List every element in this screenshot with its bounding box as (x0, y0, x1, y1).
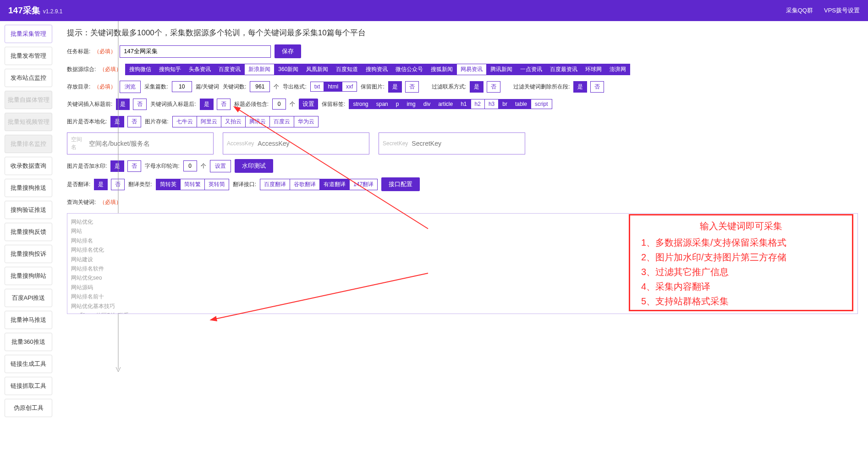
keeptag-tag[interactable]: table (511, 99, 531, 109)
translate-no[interactable]: 否 (111, 179, 125, 190)
format-tag[interactable]: xxf (342, 82, 357, 92)
sidebar-item[interactable]: 批量搜狗反馈 (5, 223, 52, 241)
translate-api-tag[interactable]: 有道翻译 (319, 179, 350, 190)
source-tag[interactable]: 360新闻 (274, 64, 302, 75)
translate-type-tag[interactable]: 英转简 (204, 179, 229, 190)
source-tag[interactable]: 凤凰新闻 (302, 64, 332, 75)
kwcount-label: 关键词数: (223, 83, 246, 91)
source-tag[interactable]: 环球网 (581, 64, 606, 75)
source-tag[interactable]: 搜狗微信 (125, 64, 155, 75)
format-tag[interactable]: html (324, 82, 342, 92)
count-input[interactable] (172, 81, 192, 92)
sidebar-item[interactable]: 批量360推送 (5, 333, 52, 351)
kw-before-yes[interactable]: 是 (116, 99, 130, 110)
img-local-row: 图片是否本地化: 是否 图片存储: 七牛云阿里云又拍云腾讯云百度云华为云 (67, 115, 858, 128)
keeptag-tag[interactable]: img (402, 99, 419, 109)
keeptag-tag[interactable]: strong (349, 99, 372, 109)
sidebar-item[interactable]: 发布站点监控 (5, 69, 52, 87)
keeptag-tag[interactable]: script (531, 99, 552, 109)
alpha-set-button[interactable]: 设置 (210, 160, 231, 172)
source-tag[interactable]: 新浪新闻 (244, 64, 275, 75)
sidebar-item: 批量自媒体管理 (5, 91, 52, 109)
img-store-tag[interactable]: 阿里云 (197, 116, 221, 127)
kwdel-yes[interactable]: 是 (573, 81, 587, 93)
sidebar-item[interactable]: 批量发布管理 (5, 47, 52, 65)
kwdel-no[interactable]: 否 (590, 81, 604, 93)
sidebar-item[interactable]: 链接生成工具 (5, 355, 52, 373)
translate-type-label: 翻译类型: (128, 181, 152, 188)
space-input[interactable] (89, 140, 209, 147)
kw-before-no[interactable]: 否 (133, 99, 147, 110)
source-tag[interactable]: 百度知道 (332, 64, 362, 75)
keeptag-tag[interactable]: article (434, 99, 457, 109)
kw-after-yes[interactable]: 是 (200, 99, 214, 110)
keepimg-yes[interactable]: 是 (388, 81, 402, 93)
img-store-tag[interactable]: 腾讯云 (245, 116, 270, 127)
translate-type-tag[interactable]: 简转英 (156, 179, 181, 190)
filter-contact-yes[interactable]: 是 (470, 81, 483, 93)
source-tag[interactable]: 搜狗知乎 (155, 64, 185, 75)
task-title-input[interactable] (120, 45, 271, 58)
img-store-tag[interactable]: 七牛云 (172, 116, 197, 127)
translate-api-tag[interactable]: 谷歌翻译 (290, 179, 320, 190)
img-store-tag[interactable]: 百度云 (269, 116, 294, 127)
watermark-no[interactable]: 否 (127, 160, 141, 172)
accesskey-input[interactable] (258, 140, 365, 147)
img-store-tag[interactable]: 华为云 (294, 116, 319, 127)
keeptag-tag[interactable]: div (419, 99, 434, 109)
sidebar-item[interactable]: 批量搜狗推送 (5, 179, 52, 197)
save-button[interactable]: 保存 (275, 44, 301, 58)
watermark-yes[interactable]: 是 (110, 160, 124, 172)
img-local-yes[interactable]: 是 (110, 116, 124, 127)
qq-group-link[interactable]: 采集QQ群 (786, 6, 813, 15)
filter-contact-no[interactable]: 否 (487, 81, 500, 93)
translate-api-tag[interactable]: 147翻译 (349, 179, 378, 190)
source-tag[interactable]: 头条资讯 (185, 64, 215, 75)
watermark-row: 图片是否加水印: 是否 字母水印轮询: 个 设置 水印测试 (67, 159, 858, 173)
browse-button[interactable]: 浏览 (120, 81, 141, 93)
keeptag-tag[interactable]: h3 (484, 99, 499, 109)
sidebar-item[interactable]: 收录数据查询 (5, 157, 52, 175)
source-tag[interactable]: 微信公众号 (391, 64, 427, 75)
source-tag[interactable]: 腾讯新闻 (486, 64, 516, 75)
source-tag[interactable]: 澎湃网 (605, 64, 630, 75)
sidebar-item[interactable]: 批量神马推送 (5, 311, 52, 329)
source-tag[interactable]: 百度资讯 (214, 64, 245, 75)
source-tag[interactable]: 一点资讯 (516, 64, 546, 75)
keeptag-tag[interactable]: h1 (456, 99, 471, 109)
kwcount-input[interactable] (250, 81, 270, 92)
sidebar-item[interactable]: 百度API推送 (5, 289, 52, 307)
alpha-input[interactable] (183, 160, 197, 171)
keeptag-tag[interactable]: br (498, 99, 511, 109)
sidebar-item[interactable]: 批量搜狗绑站 (5, 267, 52, 285)
source-tag[interactable]: 百度最资讯 (546, 64, 582, 75)
format-tag[interactable]: txt (310, 82, 324, 92)
keepimg-no[interactable]: 否 (405, 81, 419, 93)
api-config-button[interactable]: 接口配置 (381, 177, 420, 191)
translate-yes[interactable]: 是 (94, 179, 108, 190)
source-tag[interactable]: 网易资讯 (456, 64, 487, 75)
vps-settings-link[interactable]: VPS拨号设置 (824, 6, 860, 15)
annotation-line: 1、多数据源采集/支持保留采集格式 (641, 235, 841, 250)
translate-api-tag[interactable]: 百度翻译 (260, 179, 290, 190)
watermark-test-button[interactable]: 水印测试 (235, 159, 273, 173)
sidebar-item[interactable]: 批量搜狗投诉 (5, 245, 52, 263)
keeptag-tag[interactable]: p (392, 99, 403, 109)
source-tag[interactable]: 搜狐新闻 (427, 64, 457, 75)
source-tag[interactable]: 搜狗资讯 (362, 64, 392, 75)
translate-api-tags: 百度翻译谷歌翻译有道翻译147翻译 (260, 179, 378, 190)
sidebar-item[interactable]: 伪原创工具 (5, 399, 52, 417)
secretkey-input[interactable] (412, 140, 521, 147)
title-must-input[interactable] (272, 99, 286, 110)
translate-type-tag[interactable]: 简转繁 (180, 179, 205, 190)
img-local-no[interactable]: 否 (127, 116, 141, 127)
keeptag-tag[interactable]: h2 (471, 99, 485, 109)
title-must-set-button[interactable]: 设置 (299, 99, 318, 110)
count-label: 采集篇数: (144, 83, 168, 91)
sidebar-item[interactable]: 批量采集管理 (5, 25, 52, 43)
sidebar-item[interactable]: 链接抓取工具 (5, 377, 52, 395)
kw-after-no[interactable]: 否 (217, 99, 231, 110)
sidebar-item[interactable]: 搜狗验证推送 (5, 201, 52, 219)
keeptag-tag[interactable]: span (372, 99, 392, 109)
img-store-tag[interactable]: 又拍云 (221, 116, 246, 127)
